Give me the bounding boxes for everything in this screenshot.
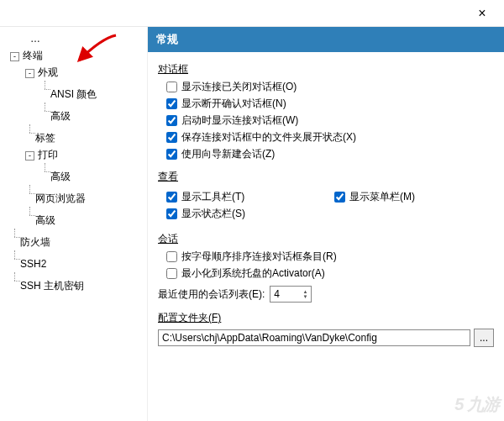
tree-item-ssh2[interactable]: SSH2 [20, 258, 46, 270]
tree-item-terminal[interactable]: 终端 [23, 50, 43, 61]
label: 显示工具栏(T) [181, 190, 244, 204]
config-path-input[interactable] [158, 329, 470, 346]
group-view: 查看 [158, 170, 494, 184]
chk-use-wizard[interactable] [166, 149, 177, 160]
label: 使用向导新建会话(Z) [181, 147, 275, 161]
tree-item-appearance[interactable]: 外观 [38, 66, 58, 78]
tree-item-print[interactable]: 打印 [38, 149, 58, 161]
chk-min-tray[interactable] [166, 268, 177, 279]
tree-item-ssh-hostkey[interactable]: SSH 主机密钥 [20, 280, 84, 292]
chk-menubar[interactable] [334, 192, 345, 203]
label: 保存连接对话框中的文件夹展开状态(X) [181, 130, 356, 145]
mru-label: 最近使用的会话列表(E): [158, 287, 265, 302]
config-folder-label: 配置文件夹(F) [158, 311, 494, 325]
label: 显示菜单栏(M) [349, 190, 415, 204]
chk-toolbar[interactable] [166, 192, 177, 203]
tree-item-browser[interactable]: 网页浏览器 [35, 192, 86, 204]
label: 最小化到系统托盘的Activator(A) [181, 266, 325, 281]
mru-value: 4 [274, 288, 280, 300]
spinner-icon[interactable]: ▲▼ [302, 289, 307, 299]
close-button[interactable]: × [465, 3, 499, 24]
collapse-icon[interactable]: - [25, 69, 34, 78]
browse-button[interactable]: ... [474, 329, 494, 347]
chk-show-startup[interactable] [166, 115, 177, 126]
tree-item[interactable]: … [30, 33, 40, 45]
label: 显示状态栏(S) [181, 207, 245, 221]
tree-item-adv2[interactable]: 高级 [35, 214, 55, 226]
tree-item-tabs[interactable]: 标签 [35, 132, 55, 144]
mru-spinner[interactable]: 4 ▲▼ [270, 286, 312, 303]
label: 显示断开确认对话框(N) [181, 97, 286, 111]
titlebar: × [0, 0, 504, 27]
label: 按字母顺序排序连接对话框条目(R) [181, 250, 337, 264]
tree-item-print-adv[interactable]: 高级 [50, 171, 71, 182]
chk-statusbar[interactable] [166, 208, 177, 219]
group-dialog: 对话框 [158, 62, 494, 76]
collapse-icon[interactable]: - [25, 151, 34, 161]
group-session: 会话 [158, 232, 494, 246]
tree-item-firewall[interactable]: 防火墙 [20, 236, 50, 248]
section-header: 常规 [148, 27, 504, 52]
chk-show-closed[interactable] [166, 82, 177, 92]
label: 显示连接已关闭对话框(O) [181, 80, 297, 94]
chk-show-disconnect[interactable] [166, 98, 177, 109]
tree-item-advanced[interactable]: 高级 [50, 110, 71, 122]
category-tree[interactable]: … -终端 -外观 ANSI 颜色 高级 标签 -打印 高级 网页浏览器 高级 … [0, 27, 148, 421]
tree-item-ansi[interactable]: ANSI 颜色 [50, 88, 97, 100]
label: 启动时显示连接对话框(W) [181, 113, 298, 128]
collapse-icon[interactable]: - [10, 52, 19, 61]
chk-save-folder[interactable] [166, 132, 177, 143]
chk-alpha-sort[interactable] [166, 251, 177, 262]
